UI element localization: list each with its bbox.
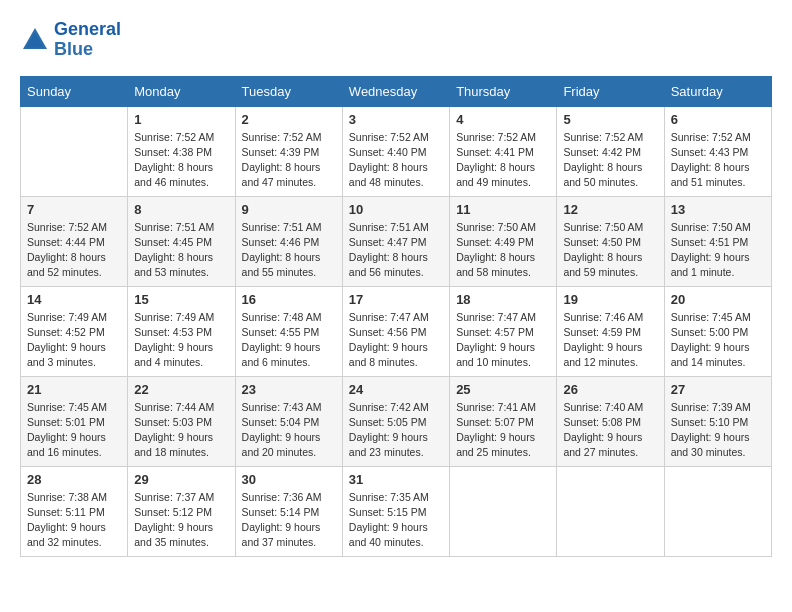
- day-info: Sunrise: 7:41 AMSunset: 5:07 PMDaylight:…: [456, 400, 550, 461]
- calendar-cell: 5Sunrise: 7:52 AMSunset: 4:42 PMDaylight…: [557, 106, 664, 196]
- day-number: 16: [242, 292, 336, 307]
- calendar-cell: 3Sunrise: 7:52 AMSunset: 4:40 PMDaylight…: [342, 106, 449, 196]
- calendar-header-row: SundayMondayTuesdayWednesdayThursdayFrid…: [21, 76, 772, 106]
- day-number: 30: [242, 472, 336, 487]
- logo-text: General Blue: [54, 20, 121, 60]
- day-info: Sunrise: 7:48 AMSunset: 4:55 PMDaylight:…: [242, 310, 336, 371]
- calendar-cell: 12Sunrise: 7:50 AMSunset: 4:50 PMDayligh…: [557, 196, 664, 286]
- day-number: 1: [134, 112, 228, 127]
- calendar-cell: 15Sunrise: 7:49 AMSunset: 4:53 PMDayligh…: [128, 286, 235, 376]
- calendar-table: SundayMondayTuesdayWednesdayThursdayFrid…: [20, 76, 772, 557]
- calendar-cell: 31Sunrise: 7:35 AMSunset: 5:15 PMDayligh…: [342, 466, 449, 556]
- logo: General Blue: [20, 20, 121, 60]
- day-info: Sunrise: 7:51 AMSunset: 4:46 PMDaylight:…: [242, 220, 336, 281]
- calendar-cell: 1Sunrise: 7:52 AMSunset: 4:38 PMDaylight…: [128, 106, 235, 196]
- calendar-cell: 4Sunrise: 7:52 AMSunset: 4:41 PMDaylight…: [450, 106, 557, 196]
- day-number: 6: [671, 112, 765, 127]
- day-number: 8: [134, 202, 228, 217]
- calendar-cell: 6Sunrise: 7:52 AMSunset: 4:43 PMDaylight…: [664, 106, 771, 196]
- day-info: Sunrise: 7:44 AMSunset: 5:03 PMDaylight:…: [134, 400, 228, 461]
- calendar-week-row: 28Sunrise: 7:38 AMSunset: 5:11 PMDayligh…: [21, 466, 772, 556]
- day-info: Sunrise: 7:52 AMSunset: 4:40 PMDaylight:…: [349, 130, 443, 191]
- calendar-cell: [21, 106, 128, 196]
- day-header-sunday: Sunday: [21, 76, 128, 106]
- day-info: Sunrise: 7:45 AMSunset: 5:00 PMDaylight:…: [671, 310, 765, 371]
- day-info: Sunrise: 7:46 AMSunset: 4:59 PMDaylight:…: [563, 310, 657, 371]
- calendar-cell: 26Sunrise: 7:40 AMSunset: 5:08 PMDayligh…: [557, 376, 664, 466]
- day-info: Sunrise: 7:35 AMSunset: 5:15 PMDaylight:…: [349, 490, 443, 551]
- day-info: Sunrise: 7:39 AMSunset: 5:10 PMDaylight:…: [671, 400, 765, 461]
- logo-icon: [20, 25, 50, 55]
- calendar-cell: 30Sunrise: 7:36 AMSunset: 5:14 PMDayligh…: [235, 466, 342, 556]
- calendar-week-row: 14Sunrise: 7:49 AMSunset: 4:52 PMDayligh…: [21, 286, 772, 376]
- day-number: 11: [456, 202, 550, 217]
- day-info: Sunrise: 7:51 AMSunset: 4:47 PMDaylight:…: [349, 220, 443, 281]
- calendar-cell: 10Sunrise: 7:51 AMSunset: 4:47 PMDayligh…: [342, 196, 449, 286]
- day-number: 27: [671, 382, 765, 397]
- day-header-tuesday: Tuesday: [235, 76, 342, 106]
- day-number: 28: [27, 472, 121, 487]
- day-header-wednesday: Wednesday: [342, 76, 449, 106]
- day-number: 12: [563, 202, 657, 217]
- calendar-week-row: 21Sunrise: 7:45 AMSunset: 5:01 PMDayligh…: [21, 376, 772, 466]
- day-info: Sunrise: 7:50 AMSunset: 4:50 PMDaylight:…: [563, 220, 657, 281]
- day-info: Sunrise: 7:52 AMSunset: 4:44 PMDaylight:…: [27, 220, 121, 281]
- day-info: Sunrise: 7:36 AMSunset: 5:14 PMDaylight:…: [242, 490, 336, 551]
- day-header-friday: Friday: [557, 76, 664, 106]
- day-info: Sunrise: 7:38 AMSunset: 5:11 PMDaylight:…: [27, 490, 121, 551]
- day-number: 13: [671, 202, 765, 217]
- page-header: General Blue: [20, 20, 772, 60]
- day-info: Sunrise: 7:49 AMSunset: 4:53 PMDaylight:…: [134, 310, 228, 371]
- day-info: Sunrise: 7:50 AMSunset: 4:49 PMDaylight:…: [456, 220, 550, 281]
- calendar-cell: [664, 466, 771, 556]
- day-info: Sunrise: 7:52 AMSunset: 4:41 PMDaylight:…: [456, 130, 550, 191]
- day-number: 17: [349, 292, 443, 307]
- calendar-cell: 22Sunrise: 7:44 AMSunset: 5:03 PMDayligh…: [128, 376, 235, 466]
- day-number: 20: [671, 292, 765, 307]
- calendar-week-row: 1Sunrise: 7:52 AMSunset: 4:38 PMDaylight…: [21, 106, 772, 196]
- calendar-cell: 18Sunrise: 7:47 AMSunset: 4:57 PMDayligh…: [450, 286, 557, 376]
- calendar-cell: 21Sunrise: 7:45 AMSunset: 5:01 PMDayligh…: [21, 376, 128, 466]
- day-info: Sunrise: 7:51 AMSunset: 4:45 PMDaylight:…: [134, 220, 228, 281]
- calendar-cell: 20Sunrise: 7:45 AMSunset: 5:00 PMDayligh…: [664, 286, 771, 376]
- day-number: 14: [27, 292, 121, 307]
- day-info: Sunrise: 7:47 AMSunset: 4:57 PMDaylight:…: [456, 310, 550, 371]
- day-number: 5: [563, 112, 657, 127]
- day-info: Sunrise: 7:49 AMSunset: 4:52 PMDaylight:…: [27, 310, 121, 371]
- calendar-cell: 29Sunrise: 7:37 AMSunset: 5:12 PMDayligh…: [128, 466, 235, 556]
- calendar-cell: 11Sunrise: 7:50 AMSunset: 4:49 PMDayligh…: [450, 196, 557, 286]
- day-info: Sunrise: 7:52 AMSunset: 4:39 PMDaylight:…: [242, 130, 336, 191]
- calendar-cell: [557, 466, 664, 556]
- day-header-monday: Monday: [128, 76, 235, 106]
- day-number: 23: [242, 382, 336, 397]
- day-info: Sunrise: 7:47 AMSunset: 4:56 PMDaylight:…: [349, 310, 443, 371]
- day-info: Sunrise: 7:37 AMSunset: 5:12 PMDaylight:…: [134, 490, 228, 551]
- calendar-cell: 13Sunrise: 7:50 AMSunset: 4:51 PMDayligh…: [664, 196, 771, 286]
- calendar-cell: 23Sunrise: 7:43 AMSunset: 5:04 PMDayligh…: [235, 376, 342, 466]
- day-info: Sunrise: 7:42 AMSunset: 5:05 PMDaylight:…: [349, 400, 443, 461]
- day-info: Sunrise: 7:43 AMSunset: 5:04 PMDaylight:…: [242, 400, 336, 461]
- calendar-cell: 14Sunrise: 7:49 AMSunset: 4:52 PMDayligh…: [21, 286, 128, 376]
- day-header-saturday: Saturday: [664, 76, 771, 106]
- day-number: 26: [563, 382, 657, 397]
- calendar-cell: 9Sunrise: 7:51 AMSunset: 4:46 PMDaylight…: [235, 196, 342, 286]
- day-number: 9: [242, 202, 336, 217]
- calendar-cell: 8Sunrise: 7:51 AMSunset: 4:45 PMDaylight…: [128, 196, 235, 286]
- calendar-cell: 7Sunrise: 7:52 AMSunset: 4:44 PMDaylight…: [21, 196, 128, 286]
- day-number: 29: [134, 472, 228, 487]
- calendar-cell: 16Sunrise: 7:48 AMSunset: 4:55 PMDayligh…: [235, 286, 342, 376]
- day-header-thursday: Thursday: [450, 76, 557, 106]
- day-number: 10: [349, 202, 443, 217]
- day-number: 3: [349, 112, 443, 127]
- day-number: 19: [563, 292, 657, 307]
- calendar-cell: 25Sunrise: 7:41 AMSunset: 5:07 PMDayligh…: [450, 376, 557, 466]
- day-number: 24: [349, 382, 443, 397]
- day-number: 4: [456, 112, 550, 127]
- day-number: 7: [27, 202, 121, 217]
- calendar-cell: [450, 466, 557, 556]
- day-info: Sunrise: 7:52 AMSunset: 4:43 PMDaylight:…: [671, 130, 765, 191]
- day-info: Sunrise: 7:50 AMSunset: 4:51 PMDaylight:…: [671, 220, 765, 281]
- day-number: 31: [349, 472, 443, 487]
- day-number: 21: [27, 382, 121, 397]
- day-number: 25: [456, 382, 550, 397]
